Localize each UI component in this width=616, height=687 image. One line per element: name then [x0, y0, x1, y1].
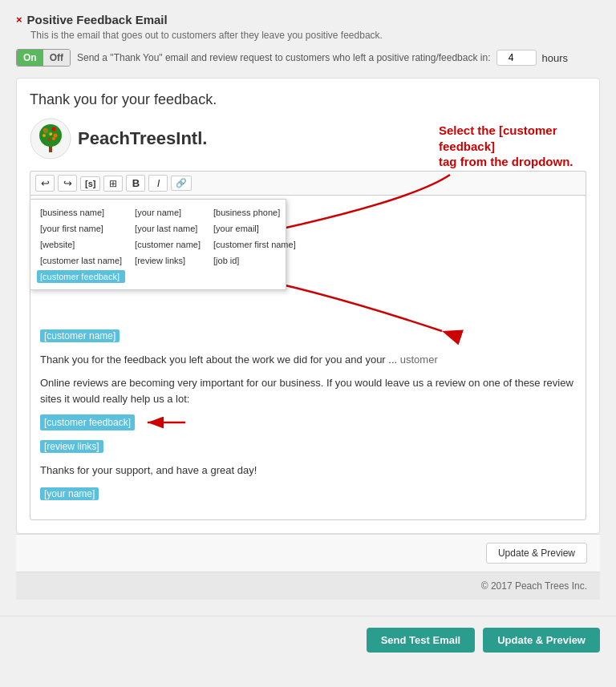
dropdown-item-customer-last-name[interactable]: [customer last name]	[37, 254, 125, 267]
dropdown-item-your-first-name[interactable]: [your first name]	[37, 222, 125, 235]
page-wrapper: × Positive Feedback Email This is the em…	[0, 0, 616, 616]
page-title-row: × Positive Feedback Email	[16, 13, 600, 26]
settings-row: On Off Send a "Thank You" email and revi…	[16, 49, 600, 67]
update-preview-btn-bottom[interactable]: Update & Preview	[483, 628, 600, 653]
hours-label: hours	[541, 52, 568, 64]
page-subtitle: This is the email that goes out to custo…	[30, 30, 600, 41]
site-footer: © 2017 Peach Trees Inc.	[16, 572, 600, 600]
dropdown-item-business-name[interactable]: [business name]	[37, 206, 125, 219]
editor-line-thanks: Thanks for your support, and have a grea…	[40, 463, 576, 479]
dropdown-item-customer-first-name[interactable]: [customer first name]	[210, 238, 299, 251]
svg-point-10	[43, 129, 51, 135]
svg-point-8	[47, 138, 51, 141]
dropdown-item-website[interactable]: [website]	[37, 238, 125, 251]
logo-text: PeachTreesIntl.	[78, 128, 207, 149]
hours-input[interactable]	[496, 50, 537, 66]
email-preview-subject: Thank you for your feedback.	[30, 91, 586, 108]
editor-line-review-links-tag: [review links]	[40, 438, 576, 455]
tag-customer-name[interactable]: [customer name]	[40, 329, 120, 342]
dropdown-item-your-email[interactable]: [your email]	[210, 222, 299, 235]
tag-review-links[interactable]: [review links]	[40, 440, 103, 453]
callout-container: Select the [customer feedback]tag from t…	[439, 123, 615, 170]
editor-container: ↩ ↪ [s] ⊞ B I 🔗 [business name] [your na…	[30, 171, 586, 520]
toggle-off-btn[interactable]: Off	[43, 50, 70, 66]
dropdown-item-review-links[interactable]: [review links]	[132, 254, 204, 267]
editor-line-online-reviews: Online reviews are becoming very importa…	[40, 375, 576, 406]
dropdown-item-your-name[interactable]: [your name]	[132, 206, 204, 219]
editor-line-customer-feedback-tag: [customer feedback]	[40, 414, 576, 430]
page-header: × Positive Feedback Email This is the em…	[16, 13, 600, 67]
close-icon[interactable]: ×	[16, 14, 22, 25]
tag-btn[interactable]: [s]	[80, 176, 100, 191]
dropdown-item-job-id[interactable]: [job id]	[210, 254, 299, 267]
toggle-group[interactable]: On Off	[16, 49, 71, 67]
logo-image	[30, 118, 71, 160]
dropdown-item-business-phone[interactable]: [business phone]	[210, 206, 299, 219]
editor-line-your-name-tag: [your name]	[40, 486, 576, 502]
tag-customer-feedback[interactable]: [customer feedback]	[40, 414, 135, 430]
card-footer: Update & Preview	[16, 534, 600, 572]
update-preview-btn-card[interactable]: Update & Preview	[486, 543, 587, 564]
editor-line-customer-name: [customer name]	[40, 328, 576, 344]
dropdown-item-customer-feedback[interactable]: [customer feedback]	[37, 270, 125, 283]
editor-line-thank-you: Thank you for the feedback you left abou…	[40, 352, 576, 368]
undo-btn[interactable]: ↩	[35, 175, 55, 192]
send-test-email-btn[interactable]: Send Test Email	[367, 628, 475, 653]
callout-text: Select the [customer feedback]tag from t…	[439, 123, 607, 170]
italic-btn[interactable]: I	[148, 175, 168, 192]
svg-point-7	[54, 134, 58, 138]
bottom-action-bar: Send Test Email Update & Preview	[0, 616, 616, 664]
page-title: Positive Feedback Email	[27, 13, 168, 26]
toggle-on-btn[interactable]: On	[17, 50, 43, 66]
hours-input-group: hours	[496, 50, 568, 66]
redo-btn[interactable]: ↪	[58, 175, 77, 192]
editor-toolbar: ↩ ↪ [s] ⊞ B I 🔗	[30, 171, 586, 195]
dropdown-item-your-last-name[interactable]: [your last name]	[132, 222, 204, 235]
dropdown-item-customer-name[interactable]: [customer name]	[132, 238, 204, 251]
arrow-customer-feedback	[141, 414, 189, 430]
tag-dropdown-menu[interactable]: [business name] [your name] [business ph…	[30, 199, 286, 290]
email-card: Select the [customer feedback]tag from t…	[16, 78, 600, 534]
image-btn[interactable]: ⊞	[103, 176, 123, 192]
link-btn[interactable]: 🔗	[171, 176, 192, 191]
bold-btn[interactable]: B	[126, 175, 145, 192]
tag-your-name[interactable]: [your name]	[40, 487, 99, 500]
svg-point-9	[52, 137, 55, 140]
svg-point-4	[52, 127, 56, 131]
settings-send-text: Send a "Thank You" email and review requ…	[77, 52, 490, 63]
